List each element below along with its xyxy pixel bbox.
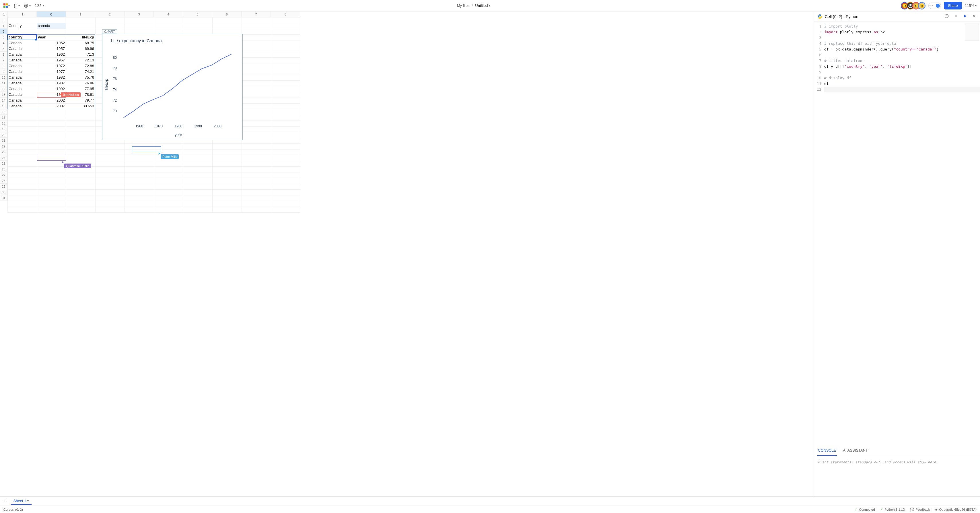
cell[interactable]: 1967 [37, 57, 66, 63]
language-menu[interactable]: ▾ [24, 3, 31, 8]
cell[interactable]: Canada [8, 92, 37, 97]
row-header[interactable]: 13 [0, 92, 7, 97]
code-line[interactable] [824, 69, 980, 75]
cell[interactable]: Canada [8, 63, 37, 69]
cell[interactable]: 71.3 [66, 52, 95, 57]
column-header[interactable]: 0 [37, 11, 66, 17]
table-header[interactable]: lifeExp [66, 34, 95, 40]
cell[interactable]: 1977 [37, 69, 66, 75]
code-line[interactable]: df [824, 81, 980, 87]
cell[interactable]: 79.77 [66, 97, 95, 103]
row-header[interactable]: 25 [0, 161, 7, 166]
row-header[interactable]: 11 [0, 80, 7, 86]
cell[interactable]: Canada [8, 57, 37, 63]
row-header[interactable]: 30 [0, 190, 7, 195]
row-header[interactable]: 19 [0, 126, 7, 132]
code-line[interactable]: # display df [824, 75, 980, 81]
row-header[interactable]: 18 [0, 121, 7, 126]
feedback-button[interactable]: 💬Feedback [910, 508, 930, 511]
row-header[interactable]: 22 [0, 143, 7, 149]
column-header[interactable]: 2 [95, 11, 124, 17]
table-header[interactable]: country [8, 34, 37, 40]
close-button[interactable] [972, 14, 977, 19]
column-header[interactable]: 4 [154, 11, 183, 17]
row-header[interactable]: 27 [0, 172, 7, 178]
file-name[interactable]: Untitled ▾ [475, 3, 490, 8]
cell[interactable]: Canada [8, 46, 37, 52]
cell[interactable]: 1952 [37, 40, 66, 46]
cell[interactable]: Canada [8, 97, 37, 103]
row-header[interactable]: 9 [0, 69, 7, 75]
cell[interactable]: canada [37, 23, 66, 29]
row-header[interactable]: 24 [0, 155, 7, 161]
column-header[interactable]: 8 [271, 11, 300, 17]
column-header[interactable]: 5 [183, 11, 212, 17]
cell[interactable]: Canada [8, 40, 37, 46]
add-sheet-button[interactable]: + [2, 498, 8, 504]
column-header[interactable]: 6 [212, 11, 242, 17]
row-header[interactable]: 28 [0, 178, 7, 184]
row-header[interactable]: 10 [0, 75, 7, 80]
cell[interactable]: 76.86 [66, 80, 95, 86]
run-button[interactable] [963, 14, 967, 19]
cell[interactable]: 1957 [37, 46, 66, 52]
table-header[interactable]: year [37, 34, 66, 40]
row-header[interactable]: 1 [0, 23, 7, 29]
app-menu-button[interactable]: ▾ [3, 3, 10, 8]
column-header[interactable]: 3 [124, 11, 154, 17]
row-header[interactable]: 15 [0, 103, 7, 109]
sheet-tab[interactable]: Sheet 1 ▾ [11, 497, 32, 505]
code-line[interactable]: # import plotly [824, 24, 980, 29]
code-line[interactable]: # filter dataframe [824, 58, 980, 64]
code-line[interactable]: df = df[['country', 'year', 'lifeExp']] [824, 64, 980, 69]
row-header[interactable]: 16 [0, 109, 7, 115]
help-button[interactable] [944, 14, 949, 19]
cell[interactable]: Canada [8, 86, 37, 92]
code-line[interactable] [824, 87, 980, 92]
row-header[interactable]: -1 [0, 11, 7, 17]
row-header[interactable]: 20 [0, 132, 7, 138]
column-header[interactable]: -1 [8, 11, 37, 17]
cell[interactable]: 68.75 [66, 40, 95, 46]
spreadsheet-grid[interactable]: -1012345678 -101234567891011121314151617… [0, 11, 814, 496]
row-header[interactable]: 17 [0, 115, 7, 121]
minimap[interactable]: — ————————————— ————————————————— ——————… [965, 24, 979, 41]
row-header[interactable]: 0 [0, 17, 7, 23]
row-header[interactable]: 2 [0, 29, 7, 34]
cell[interactable]: 77.95 [66, 86, 95, 92]
row-header[interactable]: 7 [0, 57, 7, 63]
cell[interactable]: 2002 [37, 97, 66, 103]
cell[interactable]: Canada [8, 52, 37, 57]
row-header[interactable]: 26 [0, 166, 7, 172]
cell[interactable]: 72.13 [66, 57, 95, 63]
cell[interactable]: 1972 [37, 63, 66, 69]
tab-ai-assistant[interactable]: AI ASSISTANT [843, 445, 869, 456]
code-line[interactable]: import plotly.express as px [824, 29, 980, 35]
number-format-menu[interactable]: 123 ▾ [35, 4, 45, 8]
cell[interactable]: Canada [8, 75, 37, 80]
row-header[interactable]: 21 [0, 138, 7, 143]
tab-console[interactable]: CONSOLE [817, 445, 837, 456]
cell[interactable]: 72.88 [66, 63, 95, 69]
cell[interactable]: Canada [8, 103, 37, 109]
row-header[interactable]: 12 [0, 86, 7, 92]
code-editor[interactable]: 123456789101112 # import plotlyimport pl… [814, 22, 980, 445]
cell[interactable]: 75.76 [66, 75, 95, 80]
cell[interactable]: Canada [8, 69, 37, 75]
code-line[interactable] [824, 52, 980, 58]
cell[interactable]: 1992 [37, 86, 66, 92]
row-header[interactable]: 6 [0, 52, 7, 57]
row-header[interactable]: 3 [0, 34, 7, 40]
code-line[interactable]: # replace this df with your data [824, 41, 980, 46]
embedded-chart[interactable]: Life expectancy in Canada 70727476788019… [102, 34, 243, 140]
row-header[interactable]: 23 [0, 149, 7, 155]
cell[interactable]: 1987 [37, 80, 66, 86]
cell[interactable]: 74.21 [66, 69, 95, 75]
row-header[interactable]: 31 [0, 195, 7, 201]
row-header[interactable]: 4 [0, 40, 7, 46]
row-header[interactable]: 8 [0, 63, 7, 69]
cell[interactable]: 1982 [37, 75, 66, 80]
code-mode-toggle[interactable]: <> [928, 3, 941, 9]
share-button[interactable]: Share [944, 2, 962, 10]
cell[interactable]: Canada [8, 80, 37, 86]
